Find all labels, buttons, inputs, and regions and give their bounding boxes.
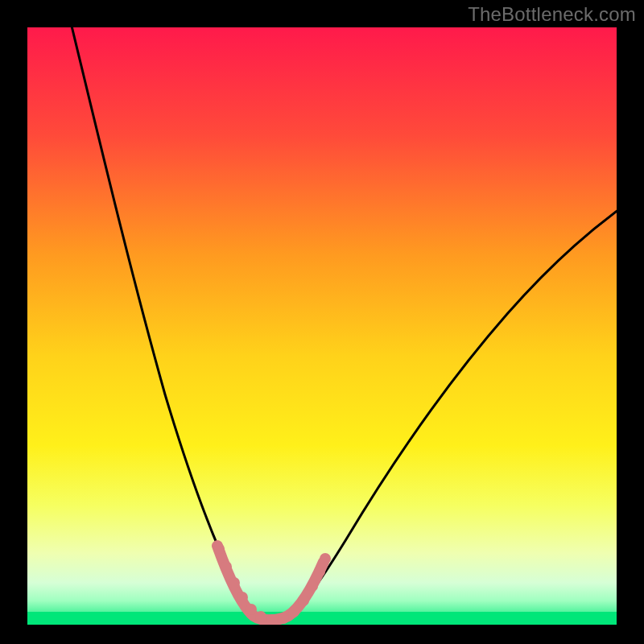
plot-background xyxy=(27,27,617,625)
svg-point-11 xyxy=(307,580,318,592)
svg-point-12 xyxy=(314,566,325,577)
svg-point-1 xyxy=(213,543,225,555)
chart-frame: TheBottleneck.com xyxy=(0,0,644,644)
svg-point-9 xyxy=(288,606,299,617)
svg-point-10 xyxy=(298,595,309,606)
svg-point-3 xyxy=(229,577,240,588)
svg-point-6 xyxy=(255,611,266,622)
svg-point-2 xyxy=(221,561,232,572)
svg-point-13 xyxy=(320,553,331,564)
plot-baseline-band xyxy=(27,612,617,625)
svg-point-8 xyxy=(278,613,289,624)
watermark-text: TheBottleneck.com xyxy=(468,3,636,26)
svg-point-7 xyxy=(266,614,278,625)
svg-point-5 xyxy=(246,604,257,615)
bottleneck-chart-svg xyxy=(0,0,644,644)
svg-point-4 xyxy=(237,592,248,603)
